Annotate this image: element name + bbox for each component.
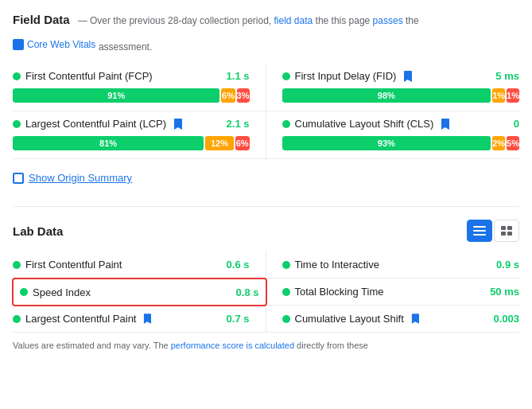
fid-bar-red: 1% (507, 88, 519, 103)
lab-tti-name: Time to Interactive (295, 259, 379, 271)
fid-bookmark-icon (403, 71, 412, 82)
fid-bar: 98% 1% 1% (282, 88, 520, 103)
lab-data-header: Lab Data (13, 220, 519, 242)
lab-metric-lcp: Largest Contentful Paint 0.7 s (13, 306, 266, 333)
lab-fcp-name: First Contentful Paint (25, 259, 122, 271)
cls-bar: 93% 2% 5% (282, 136, 520, 150)
perf-score-link[interactable]: performance score is calculated (171, 341, 294, 350)
cls-bar-red: 5% (507, 136, 519, 150)
lab-metric-tbt: Total Blocking Time 50 ms (266, 279, 520, 306)
lab-cls-name: Cumulative Layout Shift (295, 313, 404, 325)
fcp-name: First Contentful Paint (FCP) (25, 70, 153, 82)
svg-rect-1 (473, 230, 486, 232)
lab-data-section: Lab Data (13, 220, 519, 333)
metric-fcp: First Contentful Paint (FCP) 1.1 s 91% 6… (13, 64, 266, 111)
field-data-desc: — Over the previous 28-day collection pe… (78, 15, 419, 26)
svg-rect-6 (507, 232, 512, 236)
metric-cls-header: Cumulative Layout Shift (CLS) 0 (282, 118, 520, 130)
lab-tti-value: 0.9 s (496, 259, 519, 271)
fcp-bar-green: 91% (13, 88, 219, 103)
lab-metrics-grid: First Contentful Paint 0.6 s Time to Int… (13, 251, 519, 333)
svg-rect-2 (473, 234, 486, 236)
fcp-bar-red: 3% (237, 88, 250, 103)
view-toggle (467, 220, 519, 242)
lcp-dot (13, 120, 21, 128)
field-data-section: Field Data — Over the previous 28-day co… (13, 13, 519, 200)
origin-icon (13, 173, 24, 184)
core-web-vitals-link[interactable]: Core Web Vitals (13, 39, 95, 50)
cls-dot (282, 120, 290, 128)
lab-metric-cls: Cumulative Layout Shift 0.003 (266, 306, 520, 333)
show-origin-summary-link[interactable]: Show Origin Summary (13, 172, 132, 184)
lab-lcp-dot (13, 315, 21, 323)
section-divider (13, 206, 519, 207)
field-data-title: Field Data (13, 13, 70, 26)
lab-si-value: 0.8 s (236, 286, 259, 298)
svg-rect-3 (501, 226, 506, 230)
list-view-toggle[interactable] (467, 220, 492, 242)
cls-value: 0 (514, 118, 519, 130)
lab-si-dot (20, 288, 28, 296)
field-data-link[interactable]: field data (274, 15, 313, 26)
lab-fcp-dot (13, 261, 21, 269)
lab-lcp-value: 0.7 s (227, 313, 250, 325)
fcp-dot (13, 72, 21, 80)
field-metrics-grid: First Contentful Paint (FCP) 1.1 s 91% 6… (13, 64, 519, 159)
lab-tti-dot (282, 261, 290, 269)
fcp-bar-orange: 6% (221, 88, 235, 103)
svg-rect-4 (507, 226, 512, 230)
lab-tbt-value: 50 ms (490, 286, 519, 298)
fid-dot (282, 72, 290, 80)
lab-tbt-name: Total Blocking Time (295, 286, 384, 298)
lcp-bookmark-icon (173, 119, 182, 130)
cls-name: Cumulative Layout Shift (CLS) (295, 118, 434, 130)
grid-view-toggle[interactable] (494, 220, 519, 242)
fid-bar-green: 98% (282, 88, 491, 103)
lab-metric-tti: Time to Interactive 0.9 s (266, 251, 520, 279)
lcp-bar-green: 81% (13, 136, 204, 150)
metric-lcp: Largest Contentful Paint (LCP) 2.1 s 81%… (13, 111, 266, 159)
lab-fcp-value: 0.6 s (227, 259, 250, 271)
metric-fid: First Input Delay (FID) 5 ms 98% 1% 1% (266, 64, 520, 111)
cls-bar-orange: 2% (492, 136, 505, 150)
lab-si-name: Speed Index (33, 286, 91, 298)
cls-bar-green: 93% (282, 136, 491, 150)
lcp-bar: 81% 12% 6% (13, 136, 250, 150)
cwv-icon (13, 39, 24, 50)
fcp-value: 1.1 s (227, 70, 250, 82)
field-data-header: Field Data — Over the previous 28-day co… (13, 13, 519, 26)
lab-cls-bookmark-icon (411, 314, 419, 324)
metric-fid-header: First Input Delay (FID) 5 ms (282, 70, 520, 82)
footer-note: Values are estimated and may vary. The p… (13, 341, 519, 350)
fcp-bar: 91% 6% 3% (13, 88, 250, 103)
cwv-label: Core Web Vitals (27, 39, 95, 50)
metric-cls: Cumulative Layout Shift (CLS) 0 93% 2% 5… (266, 111, 520, 159)
lab-metric-fcp: First Contentful Paint 0.6 s (13, 251, 266, 279)
lab-cls-value: 0.003 (493, 313, 519, 325)
cls-bookmark-icon (441, 119, 449, 130)
lcp-bar-orange: 12% (205, 136, 234, 150)
fid-value: 5 ms (495, 70, 519, 82)
grid-icon (501, 226, 512, 236)
lcp-name: Largest Contentful Paint (LCP) (25, 118, 166, 130)
lab-lcp-name: Largest Contentful Paint (25, 313, 136, 325)
origin-label: Show Origin Summary (29, 172, 132, 184)
svg-rect-5 (501, 232, 506, 236)
lab-metric-speed-index: Speed Index 0.8 s (12, 278, 267, 306)
fid-bar-orange: 1% (492, 88, 505, 103)
lab-cls-dot (282, 315, 290, 323)
lcp-value: 2.1 s (227, 118, 250, 130)
svg-rect-0 (473, 226, 486, 228)
list-icon (473, 226, 486, 236)
fid-name: First Input Delay (FID) (295, 70, 397, 82)
passes-link[interactable]: passes (373, 15, 403, 26)
metric-lcp-header: Largest Contentful Paint (LCP) 2.1 s (13, 118, 250, 130)
lab-tbt-dot (282, 288, 290, 296)
lab-lcp-bookmark-icon (143, 314, 151, 324)
lcp-bar-red: 6% (235, 136, 250, 150)
metric-fcp-header: First Contentful Paint (FCP) 1.1 s (13, 70, 250, 82)
lab-data-title: Lab Data (13, 224, 63, 238)
